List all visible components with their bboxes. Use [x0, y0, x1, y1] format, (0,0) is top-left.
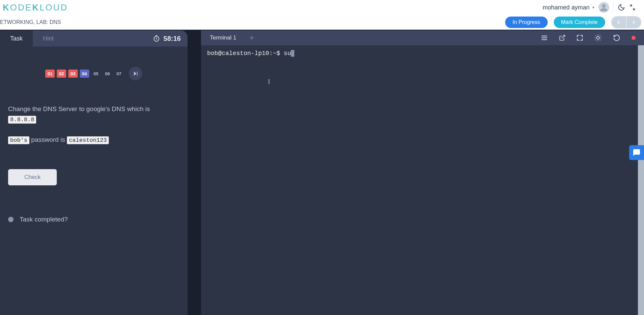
radio-icon: [8, 217, 14, 222]
code-pass: caleston123: [67, 136, 109, 144]
chat-button[interactable]: [629, 145, 644, 160]
stop-icon[interactable]: [631, 35, 636, 40]
code-dns: 8.8.8.8: [8, 116, 36, 124]
skip-forward-icon: [132, 71, 139, 77]
divider: [613, 3, 614, 12]
step-04[interactable]: 04: [80, 70, 89, 78]
text-cursor-icon: I: [268, 78, 270, 85]
timer: 58:16: [153, 35, 181, 43]
tab-task[interactable]: Task: [0, 30, 33, 47]
step-06[interactable]: 06: [103, 70, 112, 78]
main-area: Task Hint 58:16 01 02 03 04 05 06 07: [0, 30, 644, 315]
terminal-panel: Terminal 1 + bob@caleston-lp10:~$ su I: [201, 30, 644, 315]
logo: KODEKLOUD: [3, 2, 68, 13]
scrollbar-thumb[interactable]: [638, 45, 644, 315]
task-completed-row[interactable]: Task completed?: [8, 216, 179, 223]
task-tabs: Task Hint 58:16: [0, 30, 188, 47]
svg-rect-3: [632, 36, 636, 40]
nav-group: [611, 16, 641, 28]
avatar[interactable]: [598, 2, 609, 13]
header-right: mohamed ayman ▾: [543, 2, 641, 13]
task-text-pre: Change the DNS Server to google's DNS wh…: [8, 105, 150, 112]
timer-value: 58:16: [164, 35, 181, 43]
moon-icon[interactable]: [618, 4, 625, 11]
terminal-tabs: Terminal 1 +: [201, 30, 644, 45]
prev-button[interactable]: [611, 16, 626, 28]
breadcrumb-bar: ETWORKING, LAB: DNS In Progress Mark Com…: [0, 15, 644, 30]
step-05[interactable]: 05: [91, 70, 101, 78]
task-credentials: bob's password is caleston123: [8, 135, 179, 145]
menu-icon[interactable]: [541, 34, 548, 42]
step-02[interactable]: 02: [57, 70, 66, 78]
popout-icon[interactable]: [559, 34, 566, 41]
terminal-body[interactable]: bob@caleston-lp10:~$ su I: [201, 45, 644, 315]
step-03[interactable]: 03: [68, 70, 78, 78]
add-terminal-button[interactable]: +: [245, 31, 258, 45]
task-text-mid: password is: [29, 136, 67, 143]
code-user: bob's: [8, 136, 29, 144]
step-next-button[interactable]: [129, 67, 142, 80]
user-menu[interactable]: mohamed ayman ▾: [543, 4, 594, 11]
task-description: Change the DNS Server to google's DNS wh…: [8, 104, 179, 125]
fullscreen-icon[interactable]: [576, 34, 583, 41]
next-button[interactable]: [626, 16, 641, 28]
check-button[interactable]: Check: [8, 169, 57, 185]
task-body: 01 02 03 04 05 06 07 Change the DNS Serv…: [0, 47, 188, 315]
username: mohamed ayman: [543, 4, 590, 11]
terminal-tab-1[interactable]: Terminal 1: [201, 30, 245, 45]
step-07[interactable]: 07: [114, 70, 124, 78]
step-nav: 01 02 03 04 05 06 07: [45, 67, 179, 80]
brightness-icon[interactable]: [594, 34, 602, 42]
collapse-icon[interactable]: [629, 4, 636, 11]
task-completed-label: Task completed?: [20, 216, 68, 223]
clock-icon: [153, 35, 160, 42]
tab-spacer: 58:16: [64, 30, 188, 47]
tab-hint[interactable]: Hint: [33, 30, 64, 47]
terminal-cursor: [291, 50, 294, 57]
terminal-toolbar: [541, 34, 644, 42]
svg-point-2: [597, 36, 599, 39]
chevron-down-icon: ▾: [592, 5, 594, 10]
mark-complete-button[interactable]: Mark Complete: [554, 17, 605, 28]
svg-point-0: [602, 4, 606, 8]
terminal-prompt: bob@caleston-lp10:~$ su: [207, 50, 291, 57]
breadcrumb: ETWORKING, LAB: DNS: [0, 19, 61, 25]
breadcrumb-actions: In Progress Mark Complete: [505, 16, 641, 28]
chat-icon: [633, 149, 641, 157]
step-01[interactable]: 01: [45, 70, 55, 78]
task-panel: Task Hint 58:16 01 02 03 04 05 06 07: [0, 30, 188, 315]
in-progress-button[interactable]: In Progress: [505, 17, 548, 28]
restore-icon[interactable]: [613, 34, 620, 42]
top-header: KODEKLOUD mohamed ayman ▾: [0, 0, 644, 15]
terminal-scrollbar[interactable]: [638, 45, 644, 315]
